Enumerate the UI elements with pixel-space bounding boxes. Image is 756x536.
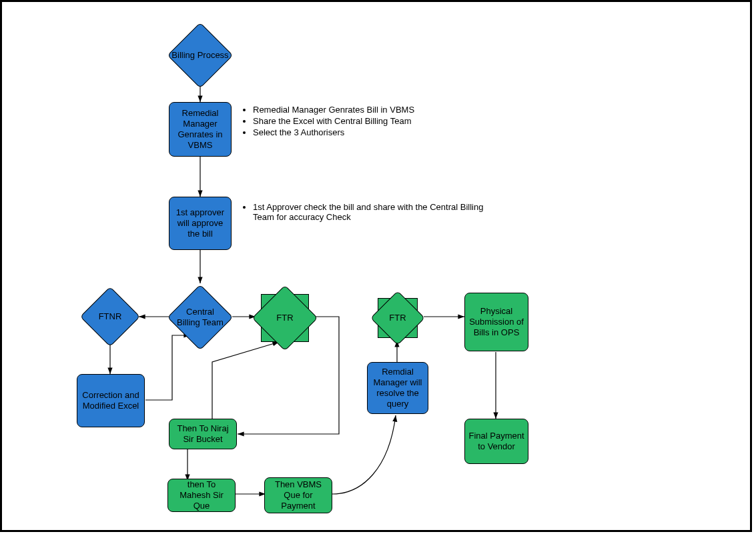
node-niraj-bucket: Then To Niraj Sir Bucket <box>169 419 237 449</box>
node-remedial-manager-generates: Remedial Manager Genrates in VBMS <box>169 102 232 157</box>
node-vbms-que: Then VBMS Que for Payment <box>264 477 332 513</box>
node-ftr-1: FTR <box>261 294 309 342</box>
node-ftnr: FTNR <box>89 295 131 338</box>
start-label: Billing Process <box>170 50 230 61</box>
node-remedial-resolve: Remdial Manager will resolve the query <box>367 362 428 414</box>
node-correction-excel: Correction and Modified Excel <box>77 374 145 427</box>
arrows-layer <box>2 2 754 532</box>
node-first-approver: 1st approver will approve the bill <box>169 197 232 250</box>
node-central-billing-team: Central Billing Team <box>177 294 224 341</box>
node-physical-submission: Physical Submission of Bills in OPS <box>464 293 528 351</box>
node-ftr-2: FTR <box>378 298 418 338</box>
node-start: Billing Process <box>177 32 224 79</box>
node-mahesh-que: then To Mahesh Sir Que <box>167 479 236 512</box>
node-final-payment: Final Payment to Vendor <box>464 419 528 464</box>
annotation-1: Remedial Manager Genrates Bill in VBMS S… <box>241 103 488 139</box>
annotation-2: 1st Approver check the bill and share wi… <box>241 201 488 223</box>
diagram-frame: Billing Process Remedial Manager Genrate… <box>0 0 752 532</box>
